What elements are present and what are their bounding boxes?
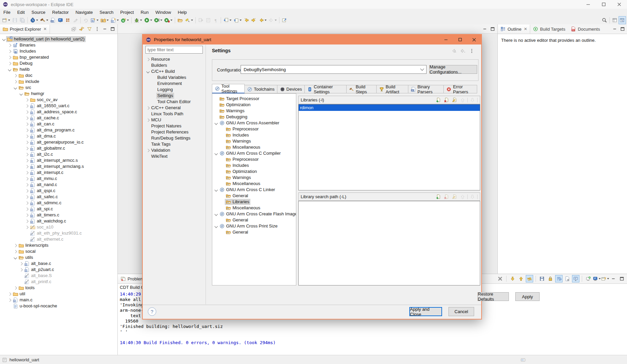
chevron-right-icon[interactable] — [13, 285, 18, 290]
del-doc-button[interactable] — [443, 193, 450, 201]
dropdown-caret-icon[interactable] — [117, 20, 119, 21]
tab-build-targets[interactable]: Build Targets — [530, 25, 568, 34]
filter-input[interactable] — [145, 46, 203, 54]
dropdown-caret-icon[interactable] — [140, 20, 142, 21]
tree-item[interactable]: Debugging — [212, 114, 296, 120]
max-button[interactable] — [489, 26, 496, 32]
wrap-button[interactable] — [555, 275, 563, 282]
tree-item[interactable]: Project Natures — [145, 123, 205, 129]
tree-item[interactable]: Debug — [0, 60, 117, 66]
up-arr-button[interactable] — [459, 96, 466, 104]
updoc-button[interactable] — [233, 16, 243, 24]
tree-item[interactable]: Task Tags — [145, 141, 205, 147]
chevron-right-icon[interactable] — [24, 182, 29, 187]
markg-button[interactable] — [72, 16, 79, 24]
tree-item[interactable]: C/C++ Build — [145, 68, 205, 74]
tree-item[interactable]: doc — [0, 72, 117, 79]
maximize-button[interactable] — [596, 0, 611, 9]
tree-item[interactable]: calt_sdmmc.c — [0, 200, 117, 206]
tree-item[interactable]: Miscellaneous — [212, 181, 296, 187]
chevron-right-icon[interactable] — [7, 49, 12, 54]
buildall-button[interactable] — [29, 16, 39, 24]
tree-item[interactable]: calt_timers.c — [0, 212, 117, 218]
dropdown-caret-icon[interactable] — [150, 20, 152, 21]
dropdown-caret-icon[interactable] — [46, 20, 48, 21]
tree-item[interactable]: linkerscripts — [0, 242, 117, 248]
down-arr-button[interactable] — [469, 96, 476, 104]
chevron-down-icon[interactable] — [214, 187, 218, 192]
tree-item[interactable]: GNU Arm Cross C Compiler — [212, 150, 296, 156]
cnew-button[interactable]: C — [89, 16, 100, 24]
progress-indicator-icon[interactable] — [520, 357, 526, 363]
tree-item[interactable]: calt_dma.c — [0, 133, 117, 139]
dropdown-caret-icon[interactable] — [240, 20, 242, 21]
chevron-right-icon[interactable] — [24, 110, 29, 114]
dropdown-caret-icon[interactable] — [36, 20, 38, 21]
sizedoc-button[interactable]: 010 — [49, 16, 57, 24]
tree-item[interactable]: Miscellaneous — [212, 144, 296, 150]
tab-outline[interactable]: Outline✕ — [498, 25, 530, 34]
tree-item[interactable]: Validation — [145, 147, 205, 153]
dialog-minimize-button[interactable] — [439, 35, 453, 44]
down-arr-button[interactable] — [469, 193, 476, 201]
newc-button[interactable] — [601, 275, 609, 282]
chevron-down-icon[interactable] — [7, 67, 12, 72]
fwdg-button[interactable] — [268, 16, 278, 24]
dropdown-caret-icon[interactable] — [97, 20, 99, 21]
tree-item[interactable]: Preprocessor — [212, 126, 296, 132]
menu-window[interactable]: Window — [152, 9, 174, 16]
tree-item[interactable]: Optimization — [212, 102, 296, 108]
forward-nav-icon[interactable] — [460, 48, 466, 54]
tree-item[interactable]: tools — [0, 285, 117, 291]
tab-documents[interactable]: PDFDocuments — [568, 25, 603, 34]
tree-item[interactable]: WikiText — [145, 153, 205, 159]
up-arr-button[interactable] — [459, 193, 466, 201]
min-button[interactable] — [611, 26, 618, 32]
tree-item[interactable]: Warnings — [212, 108, 296, 114]
tree-item[interactable]: Run/Debug Settings — [145, 135, 205, 141]
chevron-right-icon[interactable] — [13, 243, 18, 248]
tree-item[interactable]: u-boot-spl-nocache — [0, 303, 117, 309]
tree-item[interactable]: Optimization — [212, 169, 296, 175]
help-button[interactable]: ? — [148, 307, 156, 316]
tab-devices[interactable]: Devices — [277, 85, 305, 93]
dropdown-caret-icon[interactable] — [170, 20, 172, 21]
min-button[interactable] — [102, 26, 108, 32]
tree-item[interactable]: GNU Arm Cross Assembler — [212, 120, 296, 126]
tree-item[interactable]: src — [0, 85, 117, 91]
tree-item[interactable]: calt_nand.c — [0, 182, 117, 188]
dialog-titlebar[interactable]: Properties for helloworld_uart — [143, 35, 481, 44]
chevron-right-icon[interactable] — [13, 73, 18, 78]
configuration-select[interactable]: DebugBySemihosting — [241, 65, 427, 74]
chevron-right-icon[interactable] — [24, 116, 29, 120]
bps-button[interactable] — [64, 16, 72, 24]
chevron-right-icon[interactable] — [24, 207, 29, 211]
chevron-right-icon[interactable] — [145, 148, 150, 153]
tree-item[interactable]: calt_eth_phy_ksz9031.c — [0, 230, 117, 236]
menu-edit[interactable]: Edit — [14, 9, 28, 16]
downdoc-button[interactable] — [222, 16, 233, 24]
del-doc-button[interactable] — [443, 96, 450, 104]
dropdown-caret-icon[interactable] — [160, 20, 162, 21]
chevron-right-icon[interactable] — [24, 201, 29, 205]
library-list-item[interactable]: rdimon — [299, 104, 480, 111]
chevron-right-icon[interactable] — [7, 298, 12, 302]
back-nav-icon[interactable] — [451, 48, 458, 54]
apply-button[interactable]: Apply — [515, 292, 540, 301]
chevron-right-icon[interactable] — [24, 188, 29, 193]
chevron-right-icon[interactable] — [24, 122, 29, 126]
chevron-down-icon[interactable] — [13, 85, 18, 90]
chevron-right-icon[interactable] — [7, 55, 12, 60]
menu-navigate[interactable]: Navigate — [72, 9, 96, 16]
tree-item[interactable]: Project References — [145, 129, 205, 135]
search-path-list[interactable] — [298, 201, 480, 285]
max-button[interactable] — [109, 26, 116, 32]
tab-build-artifact[interactable]: Build Artifact — [377, 85, 408, 93]
swap-button[interactable] — [526, 275, 533, 282]
chevron-down-icon[interactable] — [19, 91, 23, 96]
opentype-button[interactable] — [176, 16, 184, 24]
backy2-button[interactable] — [257, 16, 268, 24]
menu-project[interactable]: Project — [117, 9, 137, 16]
save-sm-button[interactable] — [538, 275, 546, 282]
tree-item[interactable]: Builders — [145, 62, 205, 68]
